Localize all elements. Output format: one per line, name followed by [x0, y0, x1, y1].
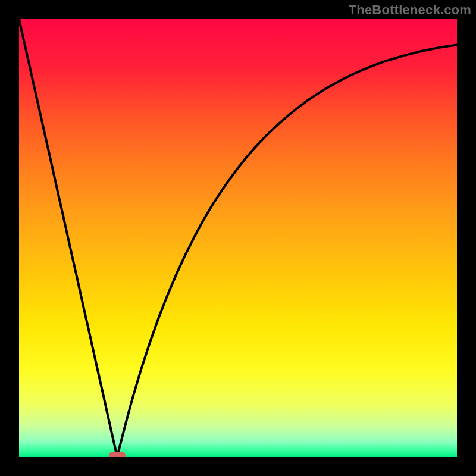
- chart-frame: TheBottleneck.com: [0, 0, 476, 476]
- attribution-text: TheBottleneck.com: [349, 2, 471, 18]
- curve-svg: [19, 19, 457, 457]
- bottleneck-curve-path: [19, 19, 457, 457]
- ideal-point-marker: [109, 452, 126, 457]
- plot-area: [19, 19, 457, 457]
